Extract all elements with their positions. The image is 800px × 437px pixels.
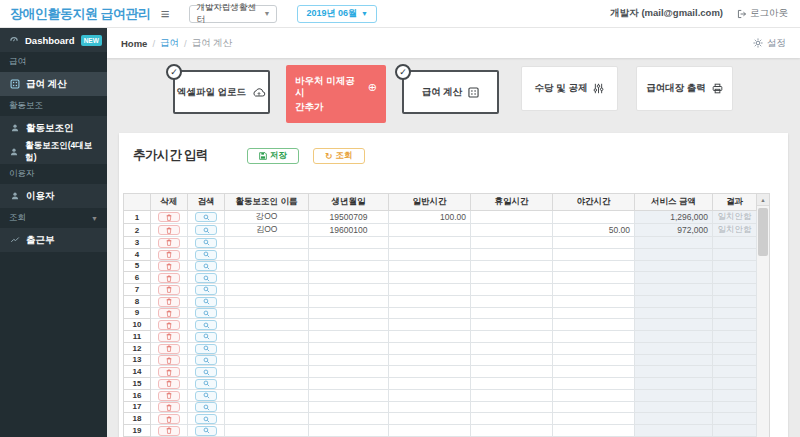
birthdate-cell[interactable] [309,237,389,249]
delete-row-button[interactable] [158,344,180,354]
holiday-hours-cell[interactable] [471,342,553,354]
birthdate-cell[interactable]: 19500709 [309,211,389,224]
birthdate-cell[interactable] [309,248,389,260]
delete-row-button[interactable] [158,261,180,271]
breadcrumb-section[interactable]: 급여 [160,37,179,50]
scroll-up-arrow-icon[interactable]: ▲ [757,194,769,206]
search-row-button[interactable] [195,273,217,283]
assistant-name-cell[interactable] [225,260,309,272]
birthdate-cell[interactable] [309,354,389,366]
allowance-deduction-card[interactable]: 수당 및 공제 [521,66,618,111]
search-row-button[interactable] [195,308,217,318]
holiday-hours-cell[interactable] [471,354,553,366]
delete-row-button[interactable] [158,285,180,295]
delete-row-button[interactable] [158,250,180,260]
night-hours-cell[interactable] [553,237,635,249]
assistant-name-cell[interactable] [225,307,309,319]
sidebar-section-lookup[interactable]: 조회 ▼ [0,208,107,228]
search-row-button[interactable] [195,285,217,295]
excel-upload-card[interactable]: ✓ 엑셀파일 업로드 [173,70,270,114]
birthdate-cell[interactable] [309,284,389,296]
month-picker-button[interactable]: 2019년 06월 ▼ [297,5,376,23]
search-row-button[interactable] [195,332,217,342]
night-hours-cell[interactable] [553,366,635,378]
holiday-hours-cell[interactable] [471,366,553,378]
delete-row-button[interactable] [158,379,180,389]
holiday-hours-cell[interactable] [471,389,553,401]
assistant-name-cell[interactable] [225,237,309,249]
night-hours-cell[interactable] [553,354,635,366]
delete-row-button[interactable] [158,297,180,307]
delete-row-button[interactable] [158,391,180,401]
assistant-name-cell[interactable] [225,248,309,260]
night-hours-cell[interactable] [553,307,635,319]
sidebar-item-salary-calc[interactable]: 급여 계산 [0,72,107,96]
birthdate-cell[interactable] [309,425,389,437]
delete-row-button[interactable] [158,355,180,365]
birthdate-cell[interactable] [309,272,389,284]
assistant-name-cell[interactable] [225,319,309,331]
search-row-button[interactable] [195,320,217,330]
search-row-button[interactable] [195,212,217,222]
assistant-name-cell[interactable]: 강OO [225,211,309,224]
holiday-hours-cell[interactable] [471,425,553,437]
search-row-button[interactable] [195,297,217,307]
search-row-button[interactable] [195,414,217,424]
delete-row-button[interactable] [158,414,180,424]
night-hours-cell[interactable] [553,378,635,390]
search-row-button[interactable] [195,367,217,377]
assistant-name-cell[interactable] [225,331,309,343]
logout-button[interactable]: 로그아웃 [737,7,788,20]
normal-hours-cell[interactable] [389,260,471,272]
settings-button[interactable]: 설정 [753,37,786,50]
night-hours-cell[interactable] [553,284,635,296]
normal-hours-cell[interactable] [389,331,471,343]
normal-hours-cell[interactable] [389,342,471,354]
normal-hours-cell[interactable] [389,354,471,366]
assistant-name-cell[interactable] [225,354,309,366]
normal-hours-cell[interactable] [389,319,471,331]
delete-row-button[interactable] [158,308,180,318]
assistant-name-cell[interactable] [225,413,309,425]
assistant-name-cell[interactable] [225,284,309,296]
sidebar-item-assistant-insurance[interactable]: 활동보조인(4대보험) [0,140,107,164]
search-row-button[interactable] [195,402,217,412]
night-hours-cell[interactable] [553,331,635,343]
normal-hours-cell[interactable] [389,378,471,390]
search-row-button[interactable] [195,379,217,389]
search-row-button[interactable] [195,261,217,271]
holiday-hours-cell[interactable] [471,260,553,272]
payroll-print-card[interactable]: 급여대장 출력 [636,66,733,111]
holiday-hours-cell[interactable] [471,295,553,307]
salary-calc-card[interactable]: ✓ 급여 계산 [402,70,499,114]
sidebar-item-assistant[interactable]: 활동보조인 [0,116,107,140]
table-scrollbar[interactable]: ▲ [757,193,770,437]
save-button[interactable]: 저장 [247,148,299,164]
night-hours-cell[interactable] [553,319,635,331]
normal-hours-cell[interactable] [389,401,471,413]
holiday-hours-cell[interactable] [471,331,553,343]
delete-row-button[interactable] [158,212,180,222]
birthdate-cell[interactable] [309,401,389,413]
holiday-hours-cell[interactable] [471,224,553,237]
delete-row-button[interactable] [158,273,180,283]
birthdate-cell[interactable]: 19600100 [309,224,389,237]
assistant-name-cell[interactable] [225,272,309,284]
night-hours-cell[interactable] [553,272,635,284]
sidebar-item-attendance[interactable]: 출근부 [0,228,107,252]
birthdate-cell[interactable] [309,342,389,354]
night-hours-cell[interactable] [553,260,635,272]
night-hours-cell[interactable] [553,211,635,224]
holiday-hours-cell[interactable] [471,248,553,260]
night-hours-cell[interactable] [553,425,635,437]
normal-hours-cell[interactable] [389,366,471,378]
birthdate-cell[interactable] [309,307,389,319]
normal-hours-cell[interactable] [389,295,471,307]
normal-hours-cell[interactable] [389,307,471,319]
assistant-name-cell[interactable] [225,389,309,401]
holiday-hours-cell[interactable] [471,211,553,224]
assistant-name-cell[interactable] [225,425,309,437]
delete-row-button[interactable] [158,238,180,248]
night-hours-cell[interactable]: 50.00 [553,224,635,237]
assistant-name-cell[interactable] [225,401,309,413]
